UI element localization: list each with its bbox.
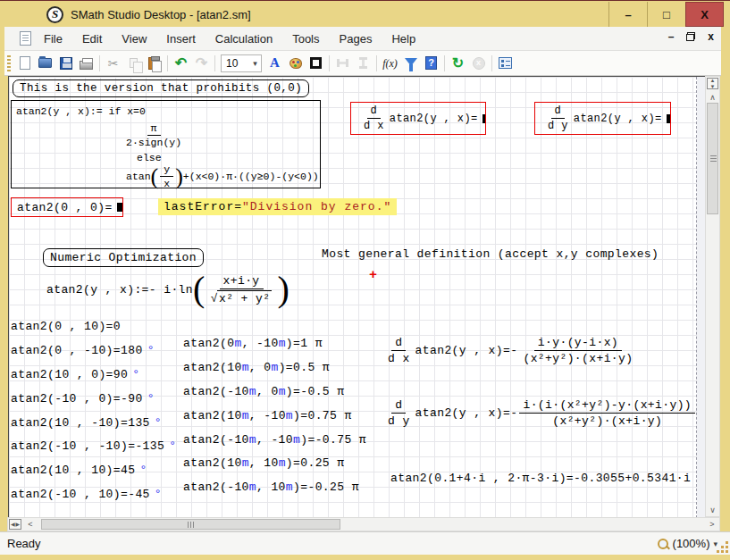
cut-icon: ✂: [108, 57, 119, 70]
options-icon: [499, 57, 512, 69]
note-numeric-optimization[interactable]: Numeric Optimization: [43, 248, 204, 267]
new-button[interactable]: [14, 54, 35, 73]
paste-button[interactable]: [144, 54, 164, 73]
stop-button[interactable]: x: [468, 54, 489, 73]
mdi-restore-button[interactable]: [686, 32, 695, 41]
deriv-dx-result-region[interactable]: dd x atan2(y , x)=- i·y·(y-i·x)(x²+y²)·(…: [382, 327, 638, 373]
font-size-select[interactable]: 10 ▾: [221, 54, 262, 72]
complex-eval-region[interactable]: atan2(0.1+4·i , 2·π-3·i)=-0.3055+0.5341·…: [390, 472, 691, 485]
result-row[interactable]: atan2(10 m , -10 m)=0.75 π: [183, 404, 366, 428]
result-row[interactable]: atan2(0 , 10)=0: [11, 314, 176, 339]
border-button[interactable]: [306, 54, 326, 73]
result-row[interactable]: atan2(10 m , 10 m)=0.25 π: [183, 451, 366, 475]
result-row[interactable]: atan2(10 m , 0 m)=0.5 π: [183, 355, 366, 380]
atan2-00-expr: atan2(0 , 0)=: [17, 201, 113, 214]
vertical-splitter-button[interactable]: ▲▼: [707, 78, 718, 89]
menu-pages[interactable]: Pages: [332, 29, 380, 49]
menu-tools[interactable]: Tools: [285, 29, 326, 49]
menu-calculation[interactable]: Calculation: [208, 29, 280, 49]
scroll-down-icon[interactable]: ∨: [707, 504, 718, 515]
app-logo-icon: S: [46, 6, 63, 23]
horizontal-scrollbar[interactable]: ◀▶ < >: [7, 517, 720, 531]
placeholder-square: [117, 203, 122, 212]
close-button[interactable]: X: [685, 2, 724, 27]
x-den: x: [160, 177, 173, 189]
cut-button[interactable]: ✂: [103, 54, 123, 73]
left-paren: (: [193, 272, 206, 307]
align-horizontal-button[interactable]: [332, 54, 353, 73]
border-icon: [310, 57, 322, 69]
copy-button[interactable]: [123, 54, 144, 73]
menu-file[interactable]: File: [37, 29, 70, 49]
reference-book-button[interactable]: ?: [421, 54, 441, 73]
filter-button[interactable]: [400, 54, 421, 73]
meter-unit: m: [249, 433, 256, 447]
print-button[interactable]: [76, 54, 96, 73]
zoom-magnifier-icon[interactable]: [657, 538, 669, 550]
results-degrees-column[interactable]: atan2(0 , 10)=0 atan2(0 , -10)=180° atan…: [11, 314, 176, 506]
sign-denominator: 2·sign(y): [122, 136, 185, 148]
open-button[interactable]: [35, 54, 55, 73]
resize-grip[interactable]: [717, 542, 728, 553]
menu-view[interactable]: View: [114, 29, 154, 49]
atan2-definition-region[interactable]: atan2(y , x):= if x=0 π2·sign(y) else at…: [11, 100, 321, 188]
insertion-cursor[interactable]: +: [369, 268, 377, 283]
deriv-dx-error-region[interactable]: dd x atan2(y , x)=: [350, 102, 486, 135]
menu-help[interactable]: Help: [384, 29, 423, 49]
horizontal-scroll-thumb[interactable]: [41, 519, 340, 530]
result-row[interactable]: atan2(-10 , 10)=-45°: [11, 482, 176, 506]
recalculate-button[interactable]: ↻: [448, 54, 468, 73]
last-error-label: lastError=: [164, 200, 242, 213]
background-color-button[interactable]: [285, 54, 306, 73]
mdi-close-button[interactable]: x: [708, 31, 714, 42]
meter-unit: m: [286, 409, 293, 422]
vertical-scroll-thumb[interactable]: [707, 103, 718, 214]
results-pi-column[interactable]: atan2(0 m , -10 m)=1 π atan2(10 m , 0 m)…: [183, 331, 366, 499]
deriv-dy-result-region[interactable]: dd y atan2(y , x)=- i·(i·(x²+y²)-y·(x+i·…: [382, 388, 697, 438]
horizontal-splitter-button[interactable]: ◀▶: [9, 519, 21, 530]
maximize-button[interactable]: □: [647, 2, 685, 27]
definition-line1: atan2(y , x):= if x=0: [16, 105, 146, 117]
redo-icon: ↷: [196, 56, 207, 71]
scroll-right-icon[interactable]: >: [706, 519, 718, 530]
last-error-region[interactable]: lastError="Division by zero.": [158, 198, 397, 215]
font-color-button[interactable]: A: [264, 54, 285, 73]
result-row[interactable]: atan2(-10 , -10)=-135°: [11, 434, 176, 458]
smath-studio-window: S SMath Studio Desktop - [atan2.sm] – □ …: [0, 0, 730, 560]
toolbar-separator: [329, 55, 330, 71]
meter-unit: m: [234, 337, 241, 350]
scroll-left-icon[interactable]: <: [24, 519, 37, 530]
result-row[interactable]: atan2(10 , 0)=90°: [11, 363, 176, 387]
result-row[interactable]: atan2(-10 m , 0 m)=-0.5 π: [183, 380, 366, 404]
vertical-scrollbar[interactable]: ▲▼ ∧ ∨: [705, 76, 720, 517]
minimize-button[interactable]: –: [608, 2, 647, 27]
undo-button[interactable]: ↶: [171, 54, 191, 73]
result-row[interactable]: atan2(10 , 10)=45°: [11, 458, 176, 482]
zoom-level[interactable]: (100%): [673, 537, 710, 550]
meter-unit: m: [279, 337, 286, 350]
worksheet-canvas[interactable]: This is the version that prohibits (0,0)…: [8, 76, 705, 517]
options-button[interactable]: [495, 54, 516, 73]
deriv-dy-error-region[interactable]: dd y atan2(y , x)=: [534, 102, 671, 135]
save-button[interactable]: [55, 54, 76, 73]
align-vertical-button[interactable]: [353, 54, 373, 73]
result-row[interactable]: atan2(-10 , 0)=-90°: [11, 387, 176, 411]
menu-insert[interactable]: Insert: [159, 29, 203, 49]
redo-button[interactable]: ↷: [191, 54, 212, 73]
numopt-formula-region[interactable]: atan2(y , x):=- i·ln ( x+i·y √x² + y² ): [46, 266, 289, 313]
result-row[interactable]: atan2(0 m , -10 m)=1 π: [183, 331, 366, 355]
menu-edit[interactable]: Edit: [75, 29, 109, 49]
mdi-minimize-button[interactable]: –: [668, 31, 675, 42]
insert-function-button[interactable]: f(x): [380, 54, 400, 73]
scroll-up-icon[interactable]: ∧: [707, 91, 718, 103]
result-row[interactable]: atan2(0 , -10)=180°: [11, 339, 176, 363]
result-row[interactable]: atan2(-10 m , 10 m)=-0.25 π: [183, 475, 366, 499]
result-row[interactable]: atan2(-10 m , -10 m)=-0.75 π: [183, 428, 366, 452]
result-row[interactable]: atan2(10 , -10)=135°: [11, 411, 176, 435]
toolbar-grip[interactable]: [7, 55, 11, 71]
degree-unit: °: [139, 464, 147, 477]
note-most-general[interactable]: Most general definition (accept x,y comp…: [322, 247, 659, 261]
d-num: d: [551, 104, 566, 119]
note-prohibits[interactable]: This is the version that prohibits (0,0): [13, 79, 309, 97]
atan2-00-error-region[interactable]: atan2(0 , 0)=: [11, 197, 123, 217]
